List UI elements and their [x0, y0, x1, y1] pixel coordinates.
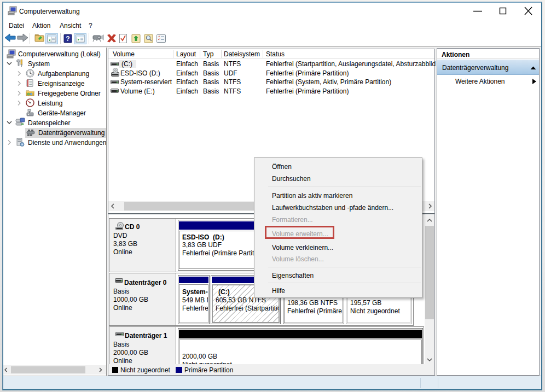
svg-text:?: ?: [66, 35, 69, 43]
